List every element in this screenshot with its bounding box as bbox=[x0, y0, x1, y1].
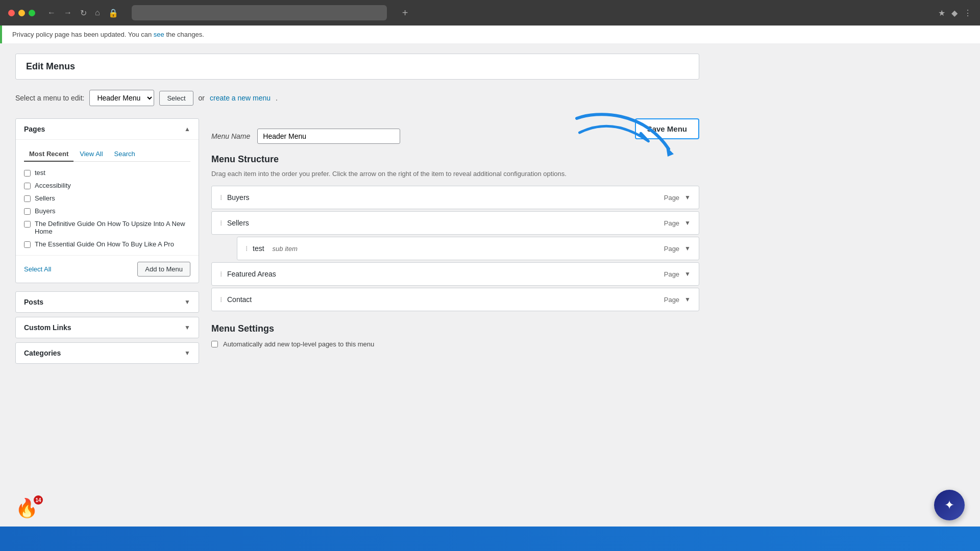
create-new-menu-link[interactable]: create a new menu bbox=[210, 94, 271, 102]
featured-expand-chevron[interactable]: ▼ bbox=[684, 270, 691, 278]
reload-btn[interactable]: ↻ bbox=[78, 6, 89, 20]
menu-item-test-right: Page ▼ bbox=[664, 245, 691, 253]
home-btn[interactable]: ⌂ bbox=[93, 6, 102, 20]
checkbox-essential[interactable] bbox=[24, 241, 31, 248]
notification-link[interactable]: see bbox=[154, 31, 164, 38]
custom-links-chevron[interactable]: ▼ bbox=[184, 324, 190, 331]
dot-red[interactable] bbox=[8, 10, 15, 16]
pages-panel: Pages ▲ Most Recent View All Search t bbox=[15, 118, 199, 283]
page-item-test[interactable]: test bbox=[24, 169, 190, 177]
bottom-bar bbox=[0, 527, 980, 551]
test-expand-chevron[interactable]: ▼ bbox=[684, 245, 691, 252]
menu-item-buyers[interactable]: ⁞ Buyers Page ▼ bbox=[211, 186, 699, 209]
star-icon[interactable]: ★ bbox=[938, 8, 945, 18]
menu-item-test-left: ⁞ test sub item bbox=[246, 244, 298, 253]
sellers-expand-chevron[interactable]: ▼ bbox=[684, 219, 691, 227]
notification-bar: Privacy policy page has been updated. Yo… bbox=[0, 26, 980, 43]
structure-title: Menu Structure bbox=[211, 154, 699, 165]
page-item-essential[interactable]: The Essential Guide On How To Buy Like A… bbox=[24, 240, 190, 248]
posts-panel: Posts ▼ bbox=[15, 291, 199, 313]
menu-icon[interactable]: ⋮ bbox=[964, 8, 972, 18]
flame-icon-wrap[interactable]: 🔥 14 bbox=[15, 497, 41, 523]
pages-panel-title: Pages bbox=[24, 125, 45, 133]
pages-panel-footer: Select All Add to Menu bbox=[16, 255, 199, 283]
menu-item-featured-type: Page bbox=[664, 270, 679, 278]
pages-tabs: Most Recent View All Search bbox=[24, 147, 190, 162]
page-item-buyers[interactable]: Buyers bbox=[24, 207, 190, 215]
menu-select-label: Select a menu to edit: bbox=[15, 94, 84, 102]
extension-icon[interactable]: ◆ bbox=[951, 8, 958, 18]
save-menu-button[interactable]: Save Menu bbox=[635, 118, 699, 139]
custom-links-panel: Custom Links ▼ bbox=[15, 317, 199, 338]
contact-expand-chevron[interactable]: ▼ bbox=[684, 296, 691, 303]
checkbox-accessibility[interactable] bbox=[24, 183, 31, 189]
new-tab-button[interactable]: + bbox=[402, 7, 408, 19]
menu-layout: Pages ▲ Most Recent View All Search t bbox=[15, 118, 699, 368]
auto-add-checkbox[interactable] bbox=[211, 341, 218, 347]
select-button[interactable]: Select bbox=[159, 91, 193, 106]
auto-add-label: Automatically add new top-level pages to… bbox=[223, 340, 374, 348]
menu-item-featured-areas[interactable]: ⁞ Featured Areas Page ▼ bbox=[211, 262, 699, 286]
page-label-test: test bbox=[35, 169, 45, 177]
dot-yellow[interactable] bbox=[18, 10, 25, 16]
edit-menus-header: Edit Menus bbox=[15, 54, 699, 80]
drag-handle-featured[interactable]: ⁞ bbox=[220, 270, 222, 278]
posts-chevron[interactable]: ▼ bbox=[184, 298, 190, 306]
page-label-accessibility: Accessibility bbox=[35, 182, 71, 189]
checkbox-buyers[interactable] bbox=[24, 208, 31, 215]
menu-item-sellers-right: Page ▼ bbox=[664, 219, 691, 227]
buyers-expand-chevron[interactable]: ▼ bbox=[684, 194, 691, 201]
custom-links-header[interactable]: Custom Links ▼ bbox=[16, 317, 199, 338]
select-all-link[interactable]: Select All bbox=[24, 265, 51, 273]
settings-section: Menu Settings Automatically add new top-… bbox=[211, 323, 699, 348]
browser-chrome: ← → ↻ ⌂ 🔒 + ★ ◆ ⋮ bbox=[0, 0, 980, 26]
menu-item-contact-type: Page bbox=[664, 296, 679, 304]
menu-name-row: Menu Name bbox=[211, 129, 699, 144]
ai-chat-button[interactable]: ✦ bbox=[934, 490, 965, 520]
menu-item-buyers-right: Page ▼ bbox=[664, 194, 691, 202]
page-item-accessibility[interactable]: Accessibility bbox=[24, 182, 190, 189]
tab-view-all[interactable]: View All bbox=[75, 147, 108, 161]
checkbox-definitive[interactable] bbox=[24, 221, 31, 228]
pages-checkbox-list: test Accessibility Sellers bbox=[24, 169, 190, 248]
menu-item-sellers[interactable]: ⁞ Sellers Page ▼ bbox=[211, 211, 699, 235]
back-btn[interactable]: ← bbox=[45, 6, 58, 20]
checkbox-sellers[interactable] bbox=[24, 195, 31, 202]
page-label-definitive: The Definitive Guide On How To Upsize In… bbox=[35, 220, 190, 235]
browser-actions: ★ ◆ ⋮ bbox=[938, 8, 972, 18]
notification-text-after: the changes. bbox=[166, 31, 204, 38]
page-item-definitive[interactable]: The Definitive Guide On How To Upsize In… bbox=[24, 220, 190, 235]
menu-item-test-sub-label: sub item bbox=[273, 245, 298, 253]
menu-item-contact-left: ⁞ Contact bbox=[220, 295, 252, 304]
menu-item-buyers-left: ⁞ Buyers bbox=[220, 193, 250, 202]
posts-panel-header[interactable]: Posts ▼ bbox=[16, 292, 199, 312]
pages-panel-content: Most Recent View All Search test Ac bbox=[16, 140, 199, 255]
forward-btn[interactable]: → bbox=[62, 6, 74, 20]
dot-green[interactable] bbox=[29, 10, 35, 16]
tab-most-recent[interactable]: Most Recent bbox=[24, 147, 74, 162]
left-panel: Pages ▲ Most Recent View All Search t bbox=[15, 118, 199, 368]
posts-panel-title: Posts bbox=[24, 298, 43, 306]
drag-handle-contact[interactable]: ⁞ bbox=[220, 295, 222, 304]
pages-panel-header[interactable]: Pages ▲ bbox=[16, 119, 199, 140]
pages-collapse-arrow[interactable]: ▲ bbox=[184, 126, 190, 133]
address-bar[interactable] bbox=[132, 5, 387, 20]
menu-item-test-sub[interactable]: ⁞ test sub item Page ▼ bbox=[237, 237, 699, 260]
right-panel: Save Menu Menu Name Menu Structure Drag … bbox=[211, 118, 699, 368]
categories-chevron[interactable]: ▼ bbox=[184, 349, 190, 357]
page-label-buyers: Buyers bbox=[35, 207, 55, 215]
menu-item-contact[interactable]: ⁞ Contact Page ▼ bbox=[211, 288, 699, 311]
tab-search[interactable]: Search bbox=[109, 147, 140, 161]
add-to-menu-button[interactable]: Add to Menu bbox=[137, 262, 190, 277]
categories-header[interactable]: Categories ▼ bbox=[16, 343, 199, 363]
menu-item-contact-name: Contact bbox=[227, 295, 252, 304]
page-title: Edit Menus bbox=[26, 61, 689, 72]
drag-handle-sellers[interactable]: ⁞ bbox=[220, 219, 222, 227]
drag-handle-buyers[interactable]: ⁞ bbox=[220, 193, 222, 202]
page-item-sellers[interactable]: Sellers bbox=[24, 194, 190, 202]
menu-select-row: Select a menu to edit: Header Menu Selec… bbox=[15, 90, 699, 106]
menu-dropdown[interactable]: Header Menu bbox=[89, 90, 154, 106]
menu-name-input[interactable] bbox=[257, 129, 400, 144]
drag-handle-test[interactable]: ⁞ bbox=[246, 244, 248, 253]
checkbox-test[interactable] bbox=[24, 170, 31, 177]
